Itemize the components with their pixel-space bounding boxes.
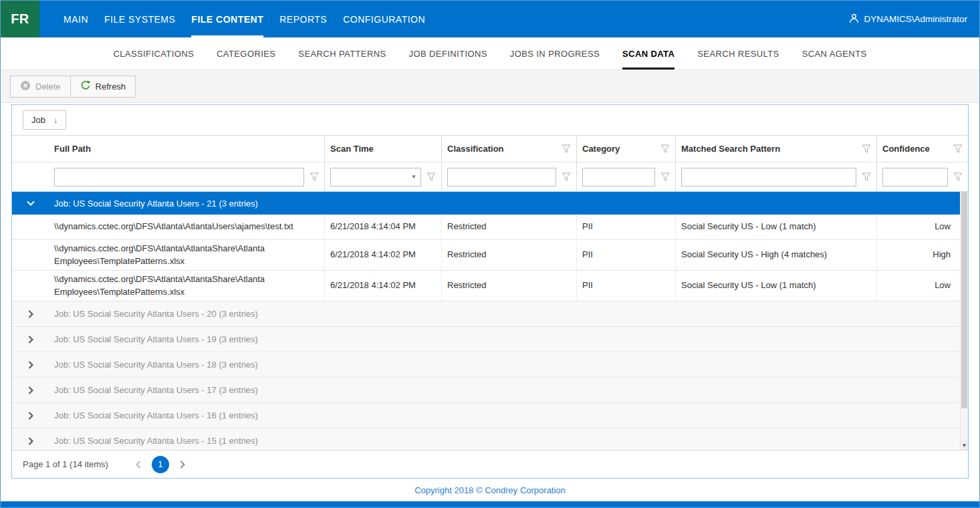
column-header-category[interactable]: Category bbox=[577, 136, 676, 162]
group-row-job-20[interactable]: Job: US Social Security Atlanta Users - … bbox=[12, 301, 960, 327]
chevron-down-icon[interactable] bbox=[12, 201, 49, 206]
column-header-confidence[interactable]: Confidence bbox=[877, 136, 968, 162]
next-page-icon[interactable] bbox=[175, 457, 190, 472]
bottom-accent-bar bbox=[1, 501, 979, 507]
filter-icon[interactable] bbox=[310, 172, 319, 181]
scan-time-filter-combo: ▼ bbox=[330, 168, 421, 186]
app-logo: FR bbox=[1, 1, 39, 37]
full-path-cell: \\dynamics.cctec.org\DFS\Atlanta\Atlanta… bbox=[49, 215, 325, 239]
tab-search-results[interactable]: SEARCH RESULTS bbox=[697, 37, 779, 70]
column-header-classification[interactable]: Classification bbox=[442, 136, 577, 162]
full-path-cell: \\dynamics.cctec.org\DFS\Atlanta\Atlanta… bbox=[49, 240, 325, 270]
chevron-right-icon[interactable] bbox=[12, 412, 49, 420]
confidence-cell: High bbox=[877, 240, 960, 270]
group-row-label: Job: US Social Security Atlanta Users - … bbox=[49, 436, 960, 446]
table-row[interactable]: \\dynamics.cctec.org\DFS\Atlanta\Atlanta… bbox=[12, 271, 960, 301]
scrollbar-thumb[interactable] bbox=[961, 192, 967, 408]
tab-job-definitions[interactable]: JOB DEFINITIONS bbox=[409, 37, 487, 70]
filter-icon[interactable] bbox=[862, 144, 871, 153]
scroll-down-icon[interactable]: ▼ bbox=[961, 440, 968, 450]
category-cell: PII bbox=[577, 240, 676, 270]
category-filter-input[interactable] bbox=[582, 168, 655, 186]
table-row[interactable]: \\dynamics.cctec.org\DFS\Atlanta\Atlanta… bbox=[12, 240, 960, 271]
classification-filter-input[interactable] bbox=[447, 168, 556, 186]
user-account[interactable]: DYNAMICS\Administrator bbox=[849, 1, 967, 37]
nav-item-configuration[interactable]: CONFIGURATION bbox=[343, 1, 425, 37]
confidence-cell: Low bbox=[877, 271, 960, 301]
filter-icon[interactable] bbox=[953, 172, 963, 181]
chevron-right-icon[interactable] bbox=[12, 386, 49, 394]
filter-icon[interactable] bbox=[562, 172, 571, 181]
group-by-label: Job bbox=[31, 115, 45, 125]
filter-cell-expand bbox=[12, 162, 49, 191]
tab-scan-agents[interactable]: SCAN AGENTS bbox=[802, 37, 867, 70]
tab-jobs-in-progress[interactable]: JOBS IN PROGRESS bbox=[510, 37, 600, 70]
copyright-text: Copyright 2018 © Condrey Corporation bbox=[414, 485, 566, 495]
full-path-filter-input[interactable] bbox=[54, 168, 304, 186]
refresh-button[interactable]: Refresh bbox=[70, 76, 136, 98]
vertical-scrollbar[interactable]: ▼ bbox=[960, 192, 968, 450]
filter-icon[interactable] bbox=[660, 144, 670, 153]
nav-item-file-content[interactable]: FILE CONTENT bbox=[191, 1, 263, 37]
column-header-label: Matched Search Pattern bbox=[681, 144, 780, 154]
nav-item-reports[interactable]: REPORTS bbox=[279, 1, 327, 37]
chevron-right-icon[interactable] bbox=[12, 437, 49, 445]
group-row-job-19[interactable]: Job: US Social Security Atlanta Users - … bbox=[12, 327, 960, 352]
chevron-right-icon[interactable] bbox=[12, 336, 49, 344]
table-row[interactable]: \\dynamics.cctec.org\DFS\Atlanta\Atlanta… bbox=[12, 215, 960, 240]
group-row-job-17[interactable]: Job: US Social Security Atlanta Users - … bbox=[12, 378, 960, 403]
filter-cell-classification bbox=[442, 162, 577, 191]
column-header-matched-search-pattern[interactable]: Matched Search Pattern bbox=[676, 136, 877, 162]
group-row-job-15[interactable]: Job: US Social Security Atlanta Users - … bbox=[12, 428, 960, 450]
app-window: FR MAIN FILE SYSTEMS FILE CONTENT REPORT… bbox=[0, 0, 980, 508]
tab-search-patterns[interactable]: SEARCH PATTERNS bbox=[298, 37, 386, 70]
dropdown-arrow-icon[interactable]: ▼ bbox=[407, 168, 420, 186]
scan-time-cell: 6/21/2018 4:14:02 PM bbox=[325, 271, 442, 301]
delete-button[interactable]: Delete bbox=[10, 76, 71, 98]
filter-icon[interactable] bbox=[562, 144, 571, 153]
nav-item-main[interactable]: MAIN bbox=[64, 1, 88, 37]
column-header-full-path[interactable]: Full Path bbox=[49, 136, 325, 162]
classification-cell: Restricted bbox=[442, 215, 577, 239]
user-name: DYNAMICS\Administrator bbox=[864, 14, 967, 24]
group-row-label: Job: US Social Security Atlanta Users - … bbox=[49, 385, 960, 395]
column-header-label: Classification bbox=[447, 144, 504, 154]
filter-icon[interactable] bbox=[426, 172, 436, 181]
tab-classifications[interactable]: CLASSIFICATIONS bbox=[113, 37, 194, 70]
footer: Copyright 2018 © Condrey Corporation bbox=[1, 479, 979, 501]
grid-rows-viewport: Job: US Social Security Atlanta Users - … bbox=[12, 192, 968, 450]
chevron-right-icon[interactable] bbox=[12, 361, 49, 369]
tab-categories[interactable]: CATEGORIES bbox=[217, 37, 275, 70]
nav-item-file-systems[interactable]: FILE SYSTEMS bbox=[104, 1, 175, 37]
matched-pattern-cell: Social Security US - Low (1 match) bbox=[676, 215, 877, 239]
scan-time-cell: 6/21/2018 4:14:04 PM bbox=[325, 215, 442, 239]
group-row-job-21[interactable]: Job: US Social Security Atlanta Users - … bbox=[12, 192, 960, 215]
delete-button-label: Delete bbox=[35, 82, 61, 92]
category-cell: PII bbox=[577, 271, 676, 301]
scan-time-filter-input[interactable] bbox=[331, 168, 407, 186]
filter-icon[interactable] bbox=[953, 144, 963, 153]
filter-icon[interactable] bbox=[862, 172, 871, 181]
group-row-job-18[interactable]: Job: US Social Security Atlanta Users - … bbox=[12, 352, 960, 378]
scan-time-cell: 6/21/2018 4:14:02 PM bbox=[325, 240, 442, 270]
group-row-label: Job: US Social Security Atlanta Users - … bbox=[49, 309, 960, 319]
delete-icon bbox=[20, 80, 31, 93]
filter-cell-confidence bbox=[877, 162, 968, 191]
filter-cell-category bbox=[577, 162, 676, 191]
refresh-button-label: Refresh bbox=[96, 82, 126, 92]
row-expand-cell bbox=[12, 271, 49, 301]
column-header-scan-time[interactable]: Scan Time bbox=[325, 136, 442, 162]
pager: Page 1 of 1 (14 items) 1 bbox=[12, 450, 968, 478]
row-expand-cell bbox=[12, 240, 49, 270]
filter-cell-full-path bbox=[49, 162, 325, 191]
filter-icon[interactable] bbox=[660, 172, 670, 181]
matched-search-pattern-filter-input[interactable] bbox=[681, 168, 856, 186]
group-by-job-chip[interactable]: Job ↓ bbox=[23, 110, 66, 130]
previous-page-icon[interactable] bbox=[131, 457, 146, 472]
group-row-job-16[interactable]: Job: US Social Security Atlanta Users - … bbox=[12, 403, 960, 428]
page-number-button[interactable]: 1 bbox=[152, 456, 169, 473]
tab-scan-data[interactable]: SCAN DATA bbox=[622, 37, 675, 70]
file-content-tabs: CLASSIFICATIONS CATEGORIES SEARCH PATTER… bbox=[1, 37, 979, 70]
confidence-filter-input[interactable] bbox=[882, 168, 948, 186]
chevron-right-icon[interactable] bbox=[12, 310, 49, 318]
